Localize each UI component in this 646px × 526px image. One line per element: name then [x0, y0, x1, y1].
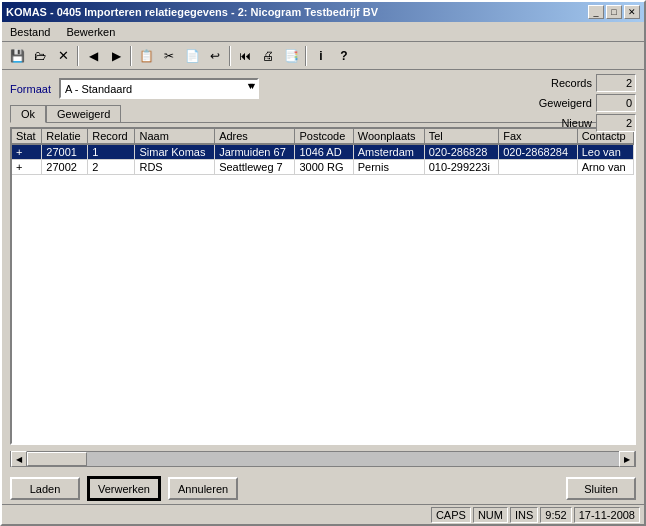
toolbar-delete[interactable]: ✕ — [52, 45, 74, 67]
date-display: 17-11-2008 — [574, 507, 640, 523]
table-cell: 020-286828 — [424, 144, 499, 160]
toolbar-paste[interactable]: 📄 — [181, 45, 203, 67]
sluiten-button[interactable]: Sluiten — [566, 477, 636, 500]
toolbar-copy[interactable]: 📋 — [135, 45, 157, 67]
toolbar-cut[interactable]: ✂ — [158, 45, 180, 67]
toolbar-first[interactable]: ⏮ — [234, 45, 256, 67]
col-tel: Tel — [424, 129, 499, 144]
spacer — [246, 477, 558, 500]
menu-bestand[interactable]: Bestand — [6, 24, 54, 40]
toolbar-sep-1 — [77, 46, 79, 66]
table-cell — [499, 160, 577, 175]
time-display: 9:52 — [540, 507, 571, 523]
toolbar: 💾 🗁 ✕ ◀ ▶ 📋 ✂ 📄 ↩ ⏮ 🖨 📑 i ? — [2, 42, 644, 70]
toolbar-sep-4 — [305, 46, 307, 66]
table-cell: + — [12, 160, 42, 175]
table-row[interactable]: +270011Simar KomasJarmuiden 671046 ADAms… — [12, 144, 634, 160]
records-value: 2 — [596, 74, 636, 92]
menubar: Bestand Bewerken — [2, 22, 644, 42]
content-area: Records 2 Geweigerd 0 Nieuw 2 Formaat A … — [2, 70, 644, 473]
toolbar-save[interactable]: 💾 — [6, 45, 28, 67]
toolbar-open[interactable]: 🗁 — [29, 45, 51, 67]
col-record: Record — [88, 129, 135, 144]
col-postcode: Postcode — [295, 129, 353, 144]
toolbar-back[interactable]: ◀ — [82, 45, 104, 67]
menu-bewerken[interactable]: Bewerken — [62, 24, 119, 40]
tab-geweigerd[interactable]: Geweigerd — [46, 105, 121, 122]
toolbar-doc[interactable]: 📑 — [280, 45, 302, 67]
table-cell: 2 — [88, 160, 135, 175]
minimize-button[interactable]: _ — [588, 5, 604, 19]
main-window: KOMAS - 0405 Importeren relatiegegevens … — [0, 0, 646, 526]
col-woonplaats: Woonplaats — [353, 129, 424, 144]
verwerken-button[interactable]: Verwerken — [88, 477, 160, 500]
table-cell: 27002 — [42, 160, 88, 175]
num-indicator: NUM — [473, 507, 508, 523]
table-cell: Jarmuiden 67 — [215, 144, 295, 160]
laden-button[interactable]: Laden — [10, 477, 80, 500]
table-cell: 1 — [88, 144, 135, 160]
table-cell: Simar Komas — [135, 144, 215, 160]
scroll-left-button[interactable]: ◀ — [11, 451, 27, 467]
close-button[interactable]: ✕ — [624, 5, 640, 19]
data-table: Stat Relatie Record Naam Adres Postcode … — [12, 129, 634, 175]
col-adres: Adres — [215, 129, 295, 144]
toolbar-print[interactable]: 🖨 — [257, 45, 279, 67]
table-cell: Pernis — [353, 160, 424, 175]
col-naam: Naam — [135, 129, 215, 144]
scroll-thumb[interactable] — [27, 452, 87, 466]
data-table-container: Stat Relatie Record Naam Adres Postcode … — [10, 127, 636, 445]
table-cell: Amsterdam — [353, 144, 424, 160]
maximize-button[interactable]: □ — [606, 5, 622, 19]
caps-indicator: CAPS — [431, 507, 471, 523]
titlebar: KOMAS - 0405 Importeren relatiegegevens … — [2, 2, 644, 22]
ins-indicator: INS — [510, 507, 538, 523]
toolbar-sep-2 — [130, 46, 132, 66]
table-cell: 1046 AD — [295, 144, 353, 160]
table-cell: 020-2868284 — [499, 144, 577, 160]
annuleren-button[interactable]: Annuleren — [168, 477, 238, 500]
table-cell: 3000 RG — [295, 160, 353, 175]
titlebar-buttons: _ □ ✕ — [588, 5, 640, 19]
table-cell: + — [12, 144, 42, 160]
toolbar-help[interactable]: ? — [333, 45, 355, 67]
table-cell: Leo van — [577, 144, 633, 160]
toolbar-sep-3 — [229, 46, 231, 66]
scroll-right-button[interactable]: ▶ — [619, 451, 635, 467]
table-cell: Seattleweg 7 — [215, 160, 295, 175]
bottom-buttons: Laden Verwerken Annuleren Sluiten — [2, 473, 644, 504]
table-cell: 010-299223i — [424, 160, 499, 175]
col-relatie: Relatie — [42, 129, 88, 144]
table-row[interactable]: +270022RDSSeattleweg 73000 RGPernis010-2… — [12, 160, 634, 175]
col-status: Stat — [12, 129, 42, 144]
geweigerd-value: 0 — [596, 94, 636, 112]
records-panel: Records 2 Geweigerd 0 Nieuw 2 — [532, 74, 636, 132]
formaat-label: Formaat — [10, 83, 51, 95]
nieuw-row: Nieuw 2 — [532, 114, 636, 132]
toolbar-undo[interactable]: ↩ — [204, 45, 226, 67]
nieuw-label: Nieuw — [532, 117, 592, 129]
toolbar-forward[interactable]: ▶ — [105, 45, 127, 67]
formaat-select[interactable]: A - Standaard — [59, 78, 259, 99]
table-cell: 27001 — [42, 144, 88, 160]
records-label: Records — [532, 77, 592, 89]
geweigerd-label: Geweigerd — [532, 97, 592, 109]
formaat-select-wrapper: A - Standaard ▼ — [59, 78, 259, 99]
table-cell: RDS — [135, 160, 215, 175]
scroll-track[interactable] — [27, 452, 619, 466]
table-cell: Arno van — [577, 160, 633, 175]
horizontal-scrollbar[interactable]: ◀ ▶ — [10, 451, 636, 467]
window-title: KOMAS - 0405 Importeren relatiegegevens … — [6, 6, 378, 18]
statusbar: CAPS NUM INS 9:52 17-11-2008 — [2, 504, 644, 524]
nieuw-value: 2 — [596, 114, 636, 132]
tab-ok[interactable]: Ok — [10, 105, 46, 123]
geweigerd-row: Geweigerd 0 — [532, 94, 636, 112]
toolbar-info[interactable]: i — [310, 45, 332, 67]
records-row: Records 2 — [532, 74, 636, 92]
